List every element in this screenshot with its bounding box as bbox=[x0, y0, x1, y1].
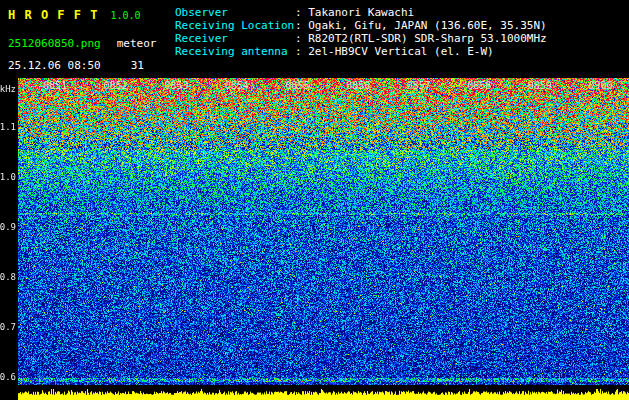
info-colon: : bbox=[295, 45, 308, 58]
freq-tick-label: 0.8 bbox=[0, 272, 16, 282]
mode-label: meteor bbox=[117, 37, 157, 50]
echo-count: 31 bbox=[131, 59, 144, 72]
time-axis: 0851085208530854085508560857085808590900 bbox=[0, 78, 629, 92]
info-value: R820T2(RTL-SDR) SDR-Sharp 53.1000MHz bbox=[308, 32, 546, 45]
info-colon: : bbox=[295, 6, 308, 19]
signal-level-meter bbox=[18, 389, 629, 400]
time-tick-label: 0852 bbox=[104, 80, 128, 91]
freq-tick-label: 0.7 bbox=[0, 322, 16, 332]
freq-tick-label: 1.0 bbox=[0, 172, 16, 182]
time-tick-label: 0853 bbox=[164, 80, 188, 91]
header-left: H R O F F T1.0.0 2512060850.pngmeteor 25… bbox=[8, 4, 178, 73]
info-row: Receiver: R820T2(RTL-SDR) SDR-Sharp 53.1… bbox=[175, 32, 547, 45]
info-row: Receiving Location: Ogaki, Gifu, JAPAN (… bbox=[175, 19, 547, 32]
freq-tick-label: 0.6 bbox=[0, 372, 16, 382]
title-row: H R O F F T1.0.0 bbox=[8, 4, 178, 23]
info-table: Observer: Takanori KawachiReceiving Loca… bbox=[175, 6, 547, 58]
info-colon: : bbox=[295, 32, 308, 45]
output-filename: 2512060850.png bbox=[8, 37, 101, 50]
datetime-label: 25.12.06 08:50 bbox=[8, 59, 101, 72]
freq-tick-label: 1.1 bbox=[0, 122, 16, 132]
time-tick-label: 0856 bbox=[346, 80, 370, 91]
time-tick-label: 0854 bbox=[225, 80, 249, 91]
date-row: 25.12.06 08:5031 bbox=[8, 54, 178, 73]
info-label: Receiving antenna bbox=[175, 45, 295, 58]
info-label: Receiver bbox=[175, 32, 295, 45]
time-tick-label: 0857 bbox=[407, 80, 431, 91]
header: H R O F F T1.0.0 2512060850.pngmeteor 25… bbox=[0, 0, 629, 78]
info-value: 2el-HB9CV Vertical (el. E-W) bbox=[308, 45, 493, 58]
spectrogram-panel: 0851085208530854085508560857085808590900… bbox=[0, 78, 629, 400]
info-value: Ogaki, Gifu, JAPAN (136.60E, 35.35N) bbox=[308, 19, 546, 32]
info-label: Receiving Location bbox=[175, 19, 295, 32]
file-row: 2512060850.pngmeteor bbox=[8, 32, 178, 51]
time-tick-label: 0900 bbox=[588, 80, 612, 91]
info-row: Observer: Takanori Kawachi bbox=[175, 6, 547, 19]
freq-tick-label: 0.9 bbox=[0, 222, 16, 232]
time-tick-label: 0858 bbox=[467, 80, 491, 91]
info-label: Observer bbox=[175, 6, 295, 19]
time-tick-label: 0851 bbox=[43, 80, 67, 91]
app-title: H R O F F T bbox=[8, 8, 98, 22]
time-tick-label: 0859 bbox=[528, 80, 552, 91]
freq-axis: kHz 1.11.00.90.80.70.6 bbox=[0, 78, 18, 400]
info-value: Takanori Kawachi bbox=[308, 6, 414, 19]
hrofft-window: H R O F F T1.0.0 2512060850.pngmeteor 25… bbox=[0, 0, 629, 400]
freq-unit-label: kHz bbox=[0, 84, 16, 94]
time-tick-label: 0855 bbox=[285, 80, 309, 91]
app-version: 1.0.0 bbox=[110, 10, 140, 21]
spectrogram-canvas bbox=[18, 78, 629, 385]
info-colon: : bbox=[295, 19, 308, 32]
info-row: Receiving antenna: 2el-HB9CV Vertical (e… bbox=[175, 45, 547, 58]
